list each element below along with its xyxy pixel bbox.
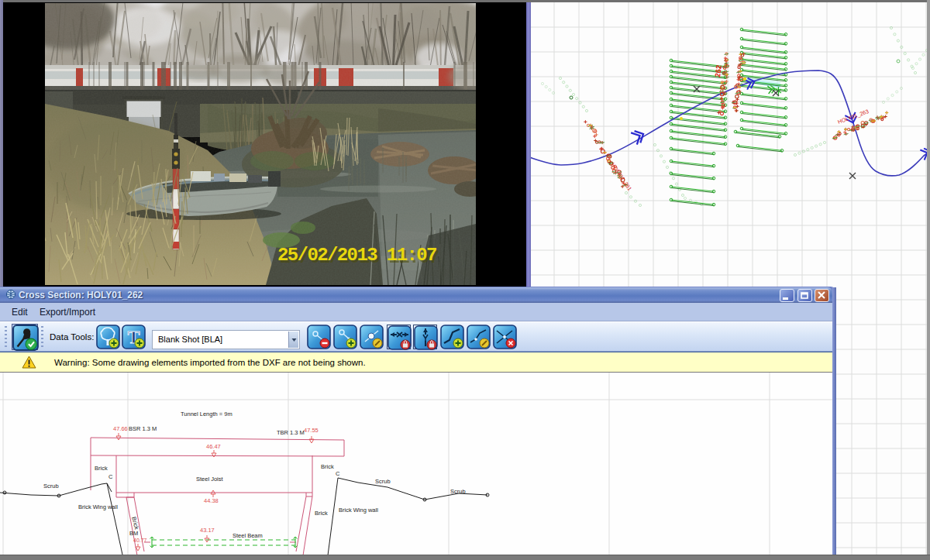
svg-text:Brick: Brick xyxy=(95,465,108,472)
svg-text:47.55: 47.55 xyxy=(304,427,319,434)
svg-text:Scrub: Scrub xyxy=(43,483,59,490)
svg-text:C: C xyxy=(336,470,340,477)
svg-text:Scrub: Scrub xyxy=(450,488,466,495)
svg-text:47.66: 47.66 xyxy=(113,425,128,432)
svg-text:C: C xyxy=(108,473,113,480)
svg-text:43.17: 43.17 xyxy=(200,527,215,534)
svg-text:TBR 1.3 M: TBR 1.3 M xyxy=(277,429,305,436)
svg-text:HOLY01_261: HOLY01_261 xyxy=(609,162,632,192)
svg-text:Steel Joist: Steel Joist xyxy=(196,476,224,483)
svg-text:Brick: Brick xyxy=(315,510,328,517)
svg-text:40.77: 40.77 xyxy=(133,538,147,543)
svg-text:262: 262 xyxy=(713,64,723,77)
svg-text:BM: BM xyxy=(129,530,138,537)
svg-text:46.47: 46.47 xyxy=(206,443,221,450)
svg-text:Brick: Brick xyxy=(321,463,334,470)
svg-text:Scrub: Scrub xyxy=(375,478,391,485)
svg-text:44.38: 44.38 xyxy=(204,497,219,504)
svg-text:Tunnel Length = 9m: Tunnel Length = 9m xyxy=(181,411,232,417)
svg-text:BSR 1.3 M: BSR 1.3 M xyxy=(129,425,157,432)
svg-text:Brick Wing wall: Brick Wing wall xyxy=(339,507,378,514)
svg-text:25/02/2013 11:07: 25/02/2013 11:07 xyxy=(277,245,436,266)
svg-text:Brick Wing wall: Brick Wing wall xyxy=(78,503,118,510)
svg-text:Steel Beam: Steel Beam xyxy=(232,532,263,539)
